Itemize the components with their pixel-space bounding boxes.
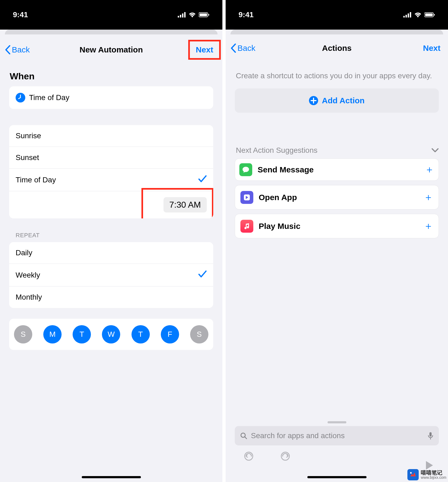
svg-rect-18 — [429, 432, 432, 437]
days-of-week: S M T W T F S — [9, 319, 213, 350]
redo-icon[interactable] — [280, 451, 290, 461]
watermark-logo — [407, 469, 419, 480]
back-button[interactable]: Back — [5, 45, 30, 54]
suggestion-open-app[interactable]: Open App ＋ — [235, 185, 439, 210]
status-bar: 9:41 — [226, 0, 448, 30]
music-app-icon — [240, 220, 253, 233]
svg-rect-5 — [200, 13, 207, 16]
watermark: 嘻嘻笔记 www.bijixx.com — [407, 469, 446, 480]
day-thu[interactable]: T — [131, 325, 150, 343]
day-fri[interactable]: F — [161, 325, 179, 343]
nav-title: Actions — [322, 44, 351, 53]
add-action-label: Add Action — [322, 96, 365, 105]
drag-handle[interactable] — [328, 421, 346, 423]
time-options-card: Sunrise Sunset Time of Day 7:30 AM — [9, 125, 213, 218]
sheet-background-peek — [5, 30, 218, 34]
suggestion-send-message[interactable]: Send Message ＋ — [235, 158, 439, 181]
svg-rect-8 — [403, 16, 405, 17]
status-time: 9:41 — [13, 10, 28, 19]
repeat-daily-label: Daily — [16, 249, 32, 257]
check-icon — [198, 175, 207, 185]
time-value: 7:30 AM — [169, 200, 201, 210]
battery-icon — [199, 12, 209, 17]
search-icon — [240, 432, 247, 439]
svg-rect-10 — [408, 13, 409, 17]
next-label: Next — [196, 45, 213, 54]
suggestion-label: Play Music — [259, 222, 418, 231]
option-sunrise[interactable]: Sunrise — [9, 125, 213, 147]
day-wed[interactable]: W — [102, 325, 120, 343]
repeat-weekly-label: Weekly — [16, 271, 40, 279]
nav-bar: Back Actions Next — [226, 34, 448, 62]
svg-rect-0 — [178, 16, 179, 17]
chevron-left-icon — [5, 45, 11, 54]
plus-circle-icon — [309, 96, 318, 105]
trigger-card: Time of Day — [9, 86, 213, 109]
plus-icon[interactable]: ＋ — [425, 163, 434, 176]
time-picker-row[interactable]: 7:30 AM — [9, 191, 213, 218]
next-button[interactable]: Next — [423, 44, 440, 53]
option-sunset[interactable]: Sunset — [9, 147, 213, 169]
home-indicator[interactable] — [307, 476, 367, 478]
home-indicator[interactable] — [82, 476, 141, 478]
svg-rect-11 — [410, 12, 411, 17]
undo-icon[interactable] — [244, 451, 254, 461]
repeat-label: REPEAT — [16, 232, 213, 239]
option-sunrise-label: Sunrise — [16, 132, 41, 140]
trigger-label: Time of Day — [29, 93, 69, 102]
option-time-of-day-label: Time of Day — [16, 176, 56, 184]
svg-rect-6 — [208, 14, 209, 16]
svg-rect-14 — [434, 14, 435, 16]
cellular-icon — [403, 12, 411, 17]
chevron-down-icon — [431, 148, 439, 153]
day-sat[interactable]: S — [190, 325, 208, 343]
status-icons — [178, 12, 209, 17]
wifi-icon — [414, 12, 422, 17]
status-bar: 9:41 — [0, 0, 222, 30]
when-header: When — [10, 71, 213, 81]
option-time-of-day[interactable]: Time of Day — [9, 169, 213, 191]
sheet-background-peek — [230, 30, 443, 34]
status-icons — [403, 12, 435, 17]
plus-icon[interactable]: ＋ — [424, 219, 433, 233]
svg-rect-13 — [425, 13, 433, 16]
description-text: Create a shortcut to actions you do in y… — [235, 62, 439, 88]
search-input[interactable]: Search for apps and actions — [235, 426, 439, 445]
add-action-button[interactable]: Add Action — [235, 88, 439, 113]
suggestion-play-music[interactable]: Play Music ＋ — [235, 214, 439, 238]
plus-icon[interactable]: ＋ — [424, 191, 433, 204]
mic-icon[interactable] — [428, 432, 433, 440]
svg-rect-1 — [180, 15, 181, 17]
repeat-card: Daily Weekly Monthly — [9, 242, 213, 308]
next-label: Next — [423, 44, 440, 52]
nav-title: New Automation — [80, 45, 143, 54]
day-sun[interactable]: S — [14, 325, 32, 343]
phone-left: 9:41 Back New Automation Next When Time … — [0, 0, 222, 482]
suggestions-header[interactable]: Next Action Suggestions — [236, 146, 439, 155]
suggestion-label: Open App — [259, 193, 418, 202]
chevron-left-icon — [230, 44, 236, 53]
watermark-title: 嘻嘻笔记 — [421, 470, 446, 476]
clock-icon — [16, 93, 25, 102]
status-time: 9:41 — [239, 10, 254, 19]
back-label: Back — [237, 44, 255, 53]
suggestions-header-label: Next Action Suggestions — [236, 146, 318, 155]
wifi-icon — [189, 12, 196, 17]
svg-point-21 — [410, 472, 412, 474]
trigger-row[interactable]: Time of Day — [9, 86, 213, 109]
svg-rect-3 — [184, 12, 186, 17]
repeat-monthly[interactable]: Monthly — [9, 286, 213, 308]
day-mon[interactable]: M — [43, 325, 62, 343]
phone-right: 9:41 Back Actions Next Create a shortcut… — [226, 0, 448, 482]
day-tue[interactable]: T — [73, 325, 91, 343]
repeat-daily[interactable]: Daily — [9, 242, 213, 264]
check-icon — [198, 270, 207, 280]
next-button[interactable]: Next — [188, 40, 221, 60]
suggestion-label: Send Message — [258, 165, 419, 174]
repeat-weekly[interactable]: Weekly — [9, 264, 213, 286]
svg-rect-9 — [406, 15, 407, 17]
time-pill[interactable]: 7:30 AM — [163, 197, 207, 212]
back-button[interactable]: Back — [230, 44, 255, 53]
messages-app-icon — [239, 163, 252, 176]
search-panel: Search for apps and actions — [226, 417, 448, 461]
